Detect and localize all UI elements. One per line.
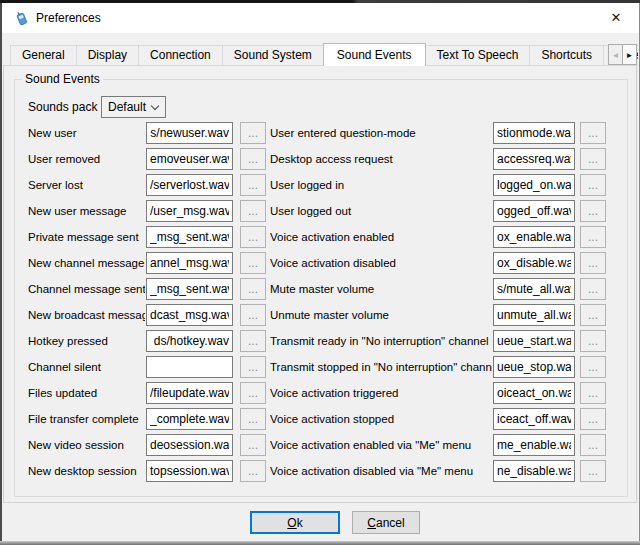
browse-button[interactable]: ... <box>240 278 266 300</box>
browse-button[interactable]: ... <box>240 122 266 144</box>
tab-shortcuts[interactable]: Shortcuts <box>529 45 604 66</box>
sound-event-label: Private message sent <box>28 226 145 248</box>
browse-button[interactable]: ... <box>580 252 606 274</box>
sound-event-label: User entered question-mode <box>270 122 492 144</box>
sound-event-label: Server lost <box>28 174 145 196</box>
sound-event-label: New channel message <box>28 252 145 274</box>
sound-event-label: Mute master volume <box>270 278 492 300</box>
browse-button[interactable]: ... <box>580 434 606 456</box>
browse-button[interactable]: ... <box>240 408 266 430</box>
close-button[interactable]: ✕ <box>593 3 639 33</box>
chevron-down-icon <box>151 102 159 110</box>
tab-scroll-left-button[interactable]: ◄ <box>608 44 623 65</box>
sound-file-input[interactable] <box>493 252 575 274</box>
tab-text-to-speech[interactable]: Text To Speech <box>425 45 531 66</box>
sound-event-label: Voice activation stopped <box>270 408 492 430</box>
sound-file-input[interactable] <box>146 460 233 482</box>
preferences-dialog: Preferences ✕ GeneralDisplayConnectionSo… <box>0 0 640 545</box>
browse-button[interactable]: ... <box>580 226 606 248</box>
sound-file-input[interactable] <box>146 252 233 274</box>
browse-button[interactable]: ... <box>580 122 606 144</box>
browse-button[interactable]: ... <box>580 382 606 404</box>
tab-general[interactable]: General <box>10 45 77 66</box>
close-icon: ✕ <box>611 10 622 25</box>
sound-file-input[interactable] <box>146 408 233 430</box>
title-bar[interactable]: Preferences ✕ <box>2 3 639 33</box>
browse-button[interactable]: ... <box>580 356 606 378</box>
sound-file-input[interactable] <box>493 304 575 326</box>
sound-event-label: Transmit stopped in "No interruption" ch… <box>270 356 492 378</box>
sound-file-input[interactable] <box>493 226 575 248</box>
sound-file-input[interactable] <box>146 382 233 404</box>
browse-button[interactable]: ... <box>580 304 606 326</box>
browse-button[interactable]: ... <box>580 460 606 482</box>
browse-button[interactable]: ... <box>580 174 606 196</box>
browse-button[interactable]: ... <box>240 226 266 248</box>
browse-button[interactable]: ... <box>240 434 266 456</box>
sound-file-input[interactable] <box>493 148 575 170</box>
sound-file-input[interactable] <box>493 278 575 300</box>
sounds-pack-label: Sounds pack <box>28 96 97 118</box>
browse-button[interactable]: ... <box>240 304 266 326</box>
sound-file-input[interactable] <box>493 434 575 456</box>
cancel-button[interactable]: Cancel <box>352 511 420 534</box>
sound-event-label: Transmit ready in "No interruption" chan… <box>270 330 492 352</box>
browse-button[interactable]: ... <box>240 382 266 404</box>
window-title: Preferences <box>36 3 101 33</box>
sound-event-label: User removed <box>28 148 145 170</box>
sound-file-input[interactable] <box>146 304 233 326</box>
browse-button[interactable]: ... <box>240 252 266 274</box>
window-left-edge <box>0 3 2 545</box>
browse-button[interactable]: ... <box>240 460 266 482</box>
tab-display[interactable]: Display <box>76 45 139 66</box>
sound-file-input[interactable] <box>493 174 575 196</box>
sound-file-input[interactable] <box>146 330 233 352</box>
sound-file-input[interactable] <box>146 174 233 196</box>
sound-event-label: New broadcast message <box>28 304 145 326</box>
sound-event-label: New desktop session <box>28 460 145 482</box>
sound-file-input[interactable] <box>493 460 575 482</box>
browse-button[interactable]: ... <box>580 408 606 430</box>
sound-file-input[interactable] <box>493 330 575 352</box>
tab-connection[interactable]: Connection <box>138 45 223 66</box>
sound-event-label: Voice activation enabled <box>270 226 492 248</box>
sound-file-input[interactable] <box>146 356 233 378</box>
browse-button[interactable]: ... <box>580 148 606 170</box>
sound-file-input[interactable] <box>493 122 575 144</box>
browse-button[interactable]: ... <box>580 330 606 352</box>
sound-file-input[interactable] <box>493 200 575 222</box>
sound-file-input[interactable] <box>493 382 575 404</box>
sounds-pack-value: Default <box>108 97 146 117</box>
sound-event-label: User logged out <box>270 200 492 222</box>
sound-event-label: Voice activation enabled via "Me" menu <box>270 434 492 456</box>
sound-file-input[interactable] <box>146 200 233 222</box>
browse-button[interactable]: ... <box>240 174 266 196</box>
sound-file-input[interactable] <box>493 408 575 430</box>
browse-button[interactable]: ... <box>240 330 266 352</box>
browse-button[interactable]: ... <box>240 356 266 378</box>
arrow-right-icon: ► <box>626 51 634 60</box>
browse-button[interactable]: ... <box>580 200 606 222</box>
sound-event-label: Voice activation disabled via "Me" menu <box>270 460 492 482</box>
sound-file-input[interactable] <box>493 356 575 378</box>
tab-sound-events[interactable]: Sound Events <box>323 43 426 66</box>
tab-scroll-right-button[interactable]: ► <box>622 44 637 65</box>
browse-button[interactable]: ... <box>580 278 606 300</box>
sound-file-input[interactable] <box>146 278 233 300</box>
sound-event-label: Desktop access request <box>270 148 492 170</box>
sound-file-input[interactable] <box>146 434 233 456</box>
sound-event-label: User logged in <box>270 174 492 196</box>
tab-sound-system[interactable]: Sound System <box>222 45 324 66</box>
ok-button[interactable]: Ok <box>250 511 340 534</box>
sound-event-label: New user message <box>28 200 145 222</box>
sound-event-label: Voice activation disabled <box>270 252 492 274</box>
sounds-pack-select[interactable]: Default <box>101 96 166 118</box>
sound-file-input[interactable] <box>146 226 233 248</box>
arrow-left-icon: ◄ <box>612 51 620 60</box>
browse-button[interactable]: ... <box>240 148 266 170</box>
browse-button[interactable]: ... <box>240 200 266 222</box>
sound-file-input[interactable] <box>146 122 233 144</box>
sound-event-label: File transfer complete <box>28 408 145 430</box>
sound-file-input[interactable] <box>146 148 233 170</box>
sound-event-label: New video session <box>28 434 145 456</box>
